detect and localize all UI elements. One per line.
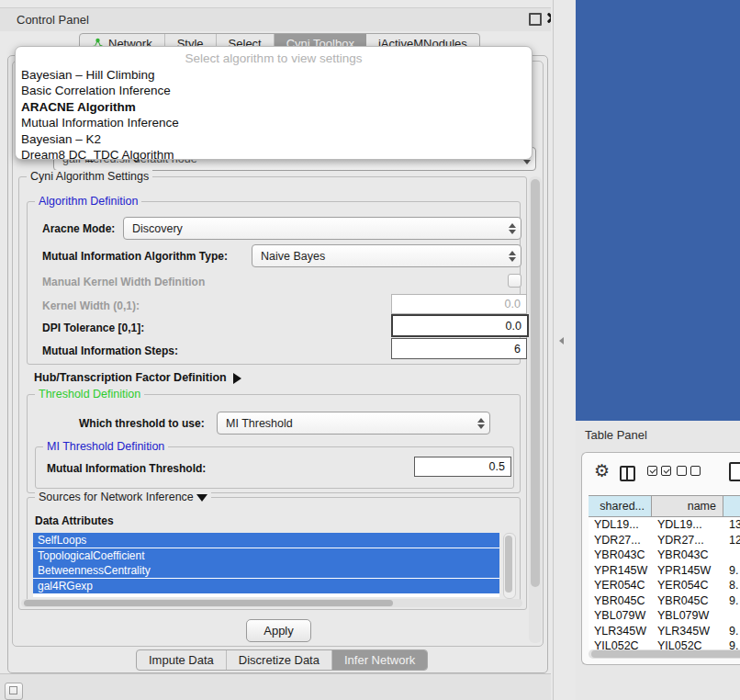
table-cell (723, 548, 740, 563)
page-icon[interactable] (729, 462, 740, 481)
attribute-list-item[interactable]: TopologicalCoefficient (33, 548, 499, 563)
kernel-width-field[interactable]: 0.0 (391, 294, 527, 314)
manual-kernel-checkbox[interactable] (508, 274, 521, 288)
manual-kernel-label: Manual Kernel Width Definition (42, 276, 205, 288)
status-strip (0, 673, 551, 700)
apply-button[interactable]: Apply (246, 619, 311, 642)
table-row[interactable]: YBL079WYBL079W (589, 608, 740, 624)
algorithm-option-list: Bayesian – Hill ClimbingBasic Correlatio… (16, 67, 532, 164)
threshold-definition-title: Threshold Definition (35, 388, 144, 401)
dpi-tolerance-field[interactable]: 0.0 (391, 314, 529, 337)
algorithm-option[interactable]: Dream8 DC_TDC Algorithm (16, 148, 532, 164)
which-threshold-combo[interactable]: MI Threshold (217, 412, 490, 435)
attribute-list-item[interactable]: BetweennessCentrality (33, 563, 499, 578)
tab-infer-network[interactable]: Infer Network (332, 650, 427, 670)
algorithm-option[interactable]: ARACNE Algorithm (16, 99, 532, 116)
tab-impute-data[interactable]: Impute Data (137, 650, 227, 670)
table-row[interactable]: YBR043CYBR043C (589, 548, 740, 563)
table-row[interactable]: YLR345WYLR345W9. (589, 624, 740, 639)
collapse-arrow-icon (196, 494, 207, 502)
table-cell: YDL19... (652, 517, 723, 533)
settings-horizontal-scrollbar[interactable] (21, 599, 522, 607)
column-header[interactable]: shared... (589, 496, 652, 516)
table-cell: YDR27... (652, 533, 723, 548)
mi-algorithm-type-combo[interactable]: Naive Bayes (252, 244, 521, 267)
column-header[interactable]: name (652, 496, 723, 516)
node-table: shared...name YDL19...YDL19...13YDR27...… (589, 495, 740, 649)
column-header[interactable] (723, 496, 740, 516)
table-cell: YBL079W (652, 608, 723, 624)
aracne-mode-value: Discovery (124, 222, 504, 235)
algorithm-dropdown-popup: Select algorithm to view settings Bayesi… (15, 46, 533, 160)
which-threshold-value: MI Threshold (218, 417, 473, 430)
table-cell: YER054C (589, 578, 652, 593)
mi-threshold-field[interactable]: 0.5 (414, 457, 511, 477)
aracne-mode-combo[interactable]: Discovery (123, 217, 521, 240)
control-panel-titlebar: Control Panel (0, 7, 551, 31)
tab-label: Impute Data (149, 653, 214, 667)
table-cell: 9. (723, 593, 740, 609)
threshold-definition-group: Threshold Definition Which threshold to … (27, 394, 521, 493)
hub-definition-label[interactable]: Hub/Transcription Factor Definition (34, 371, 241, 384)
attribute-list-item[interactable]: gal4RGexp (33, 579, 499, 593)
mi-steps-label: Mutual Information Steps: (42, 344, 178, 357)
table-cell: YBR043C (589, 548, 652, 563)
scrollbar-thumb[interactable] (24, 600, 393, 606)
table-row[interactable]: YDL19...YDL19...13 (589, 517, 740, 533)
table-cell: YDR27... (589, 533, 652, 548)
table-row[interactable]: YER054CYER054C8. (589, 578, 740, 593)
select-all-icon[interactable] (647, 466, 671, 476)
algorithm-option[interactable]: Bayesian – Hill Climbing (16, 67, 532, 84)
scrollbar-thumb[interactable] (591, 650, 740, 658)
mi-threshold-title: MI Threshold Definition (43, 440, 168, 453)
table-cell: 9. (723, 638, 740, 649)
split-columns-icon[interactable] (620, 466, 635, 481)
restore-panel-button[interactable] (5, 683, 23, 700)
deselect-all-icon[interactable] (677, 466, 701, 476)
data-attributes-list: SelfLoopsTopologicalCoefficientBetweenne… (33, 533, 499, 597)
table-row[interactable]: YBR045CYBR045C9. (589, 593, 740, 609)
control-panel-title: Control Panel (17, 13, 89, 27)
table-horizontal-scrollbar[interactable] (589, 649, 740, 659)
app-root: Control Panel NetworkStyleSelectCyni Too… (0, 0, 740, 700)
table-cell (723, 608, 740, 624)
table-cell: YPR145W (652, 563, 723, 579)
float-window-icon[interactable] (529, 13, 542, 26)
algorithm-option[interactable]: Basic Correlation Inference (16, 84, 532, 100)
algorithm-option[interactable]: Mutual Information Inference (16, 116, 532, 132)
table-cell: YBR043C (652, 548, 723, 563)
table-row[interactable]: YDR27...YDR27...12 (589, 533, 740, 548)
sources-group: Sources for Network Inference Data Attri… (27, 497, 521, 607)
splitter-handle-icon[interactable] (559, 337, 564, 344)
which-threshold-label: Which threshold to use: (79, 417, 205, 430)
kernel-width-label: Kernel Width (0,1): (42, 299, 140, 312)
chevron-updown-icon (473, 418, 489, 429)
gear-icon[interactable]: ⚙ (594, 462, 610, 480)
tab-label: Discretize Data (239, 653, 320, 667)
scrollbar-thumb[interactable] (531, 179, 540, 587)
panel-splitter[interactable] (551, 0, 576, 700)
table-panel-title: Table Panel (585, 428, 647, 442)
table-row[interactable]: YIL052CYIL052C9. (589, 638, 740, 649)
algorithm-definition-group: Algorithm Definition Aracne Mode: Discov… (27, 201, 521, 365)
attribute-list-item[interactable]: SelfLoops (33, 533, 499, 548)
table-row[interactable]: YPR145WYPR145W9. (589, 563, 740, 579)
mi-steps-field[interactable]: 6 (391, 338, 527, 359)
table-cell: YLR345W (652, 624, 723, 639)
bottom-tabs: Impute DataDiscretize DataInfer Network (136, 649, 428, 671)
sources-title[interactable]: Sources for Network Inference (35, 491, 211, 503)
mi-algorithm-type-value: Naive Bayes (252, 250, 504, 263)
algorithm-option[interactable]: Bayesian – K2 (16, 131, 532, 148)
expand-arrow-icon (233, 373, 241, 384)
tab-discretize-data[interactable]: Discretize Data (227, 650, 332, 670)
algorithm-definition-title: Algorithm Definition (35, 195, 141, 208)
list-vertical-scrollbar[interactable] (503, 533, 516, 599)
table-cell: YIL052C (652, 638, 723, 649)
panel-vertical-scrollbar[interactable] (529, 176, 542, 643)
table-cell: 12 (723, 533, 740, 548)
table-header-row: shared...name (589, 495, 740, 517)
table-cell: 8. (723, 578, 740, 593)
scrollbar-thumb[interactable] (505, 536, 512, 593)
chevron-updown-icon (504, 251, 521, 262)
table-cell: 13 (723, 517, 740, 533)
